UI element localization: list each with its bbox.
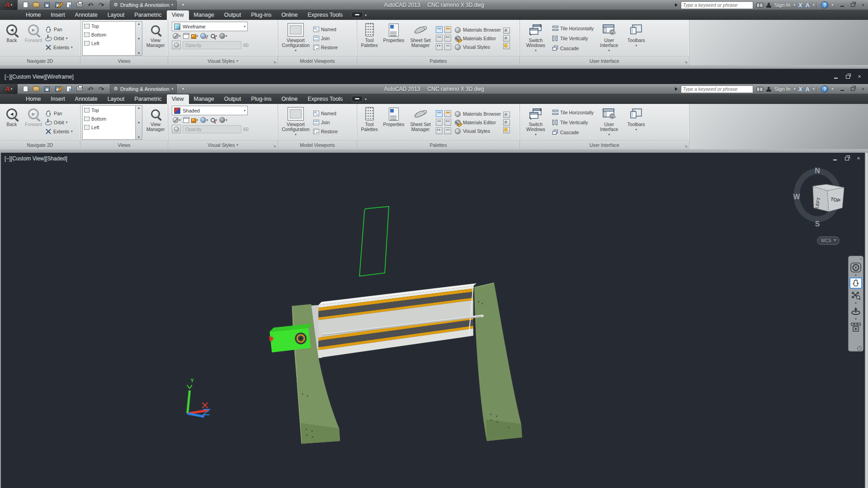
qat-menu-button[interactable]: ▾	[182, 87, 184, 91]
tool-palettes-button[interactable]: Tool Palettes	[359, 105, 380, 140]
extents-button[interactable]: Extents▾	[45, 127, 73, 136]
tab-output[interactable]: Output	[219, 10, 246, 20]
close-button[interactable]: ×	[860, 86, 866, 92]
workspace-switcher[interactable]: ⚙Drafting & Annotation▾	[110, 84, 177, 94]
tab-plugins[interactable]: Plug-ins	[246, 94, 276, 104]
views-scrollbar[interactable]: ▲▼▼	[136, 105, 142, 140]
user-interface-button[interactable]: User Interface▾	[596, 105, 622, 140]
minimize-button[interactable]	[839, 2, 845, 8]
extents-button[interactable]: Extents▾	[45, 43, 73, 52]
opacity-slider[interactable]: Opacity	[183, 125, 241, 133]
save-button[interactable]	[43, 1, 51, 9]
right-leg[interactable]	[474, 283, 522, 441]
orbit-button[interactable]: Orbit▾	[45, 118, 73, 127]
sheet-set-manager-button[interactable]: Sheet Set Manager	[408, 21, 433, 56]
tab-plugins[interactable]: Plug-ins	[246, 10, 276, 20]
external-references-button[interactable]	[444, 26, 451, 33]
markup-set-button[interactable]	[436, 35, 443, 42]
visual-style-dropdown[interactable]: Shaded▾	[172, 106, 248, 115]
tab-manage[interactable]: Manage	[189, 94, 219, 104]
new-button[interactable]	[21, 1, 29, 9]
panel-label-user-interface[interactable]: User Interface↘	[520, 56, 689, 65]
design-center-button[interactable]	[436, 127, 443, 134]
toolbars-button[interactable]: Toolbars▾	[624, 21, 648, 56]
properties-button[interactable]: Properties	[381, 21, 406, 56]
visual-style-dropdown[interactable]: Wireframe▾	[172, 22, 248, 31]
user-interface-button[interactable]: User Interface▾	[596, 21, 622, 56]
restore-viewports-button[interactable]: Restore	[313, 43, 338, 52]
showmotion-button[interactable]	[849, 321, 862, 333]
design-center-button[interactable]	[436, 43, 443, 50]
save-as-button[interactable]	[54, 1, 62, 9]
panel-label-views[interactable]: Views	[80, 56, 168, 65]
panel-label-user-interface[interactable]: User Interface↘	[520, 140, 689, 149]
visual-styles-palette-button[interactable]: Visual Styles	[455, 43, 501, 51]
exchange-apps-icon[interactable]: X	[798, 86, 802, 93]
tile-horizontally-button[interactable]: Tile Horizontally	[552, 24, 594, 33]
tab-parametric[interactable]: Parametric	[129, 94, 166, 104]
tool-palettes-button[interactable]: Tool Palettes	[359, 21, 380, 56]
forward-button[interactable]: ▸ Forward	[23, 21, 44, 56]
hidden-edges-button[interactable]: ▾	[172, 33, 182, 39]
tab-layout[interactable]: Layout	[103, 94, 130, 104]
navigation-wheel-button[interactable]	[849, 262, 862, 273]
dialog-launcher-icon[interactable]: ↘	[273, 60, 276, 64]
pan-button[interactable]: Pan	[45, 109, 73, 118]
sign-in-link[interactable]: Sign In	[774, 86, 791, 92]
restore-button[interactable]	[849, 2, 856, 8]
search-history-icon[interactable]	[675, 87, 678, 91]
xray-button[interactable]: x▾	[210, 33, 218, 39]
wireframe-rectangle[interactable]	[359, 206, 389, 276]
help-button[interactable]: ?	[821, 85, 828, 93]
chevron-down-icon[interactable]: ▾	[793, 87, 795, 91]
tab-home[interactable]: Home	[21, 10, 46, 20]
panel-label-palettes[interactable]: Palettes	[357, 56, 519, 65]
opacity-toggle[interactable]	[172, 125, 181, 133]
materials-editor-button[interactable]: Materials Editor	[455, 35, 501, 42]
dbconnect-button[interactable]	[444, 43, 451, 50]
toolbars-button[interactable]: Toolbars▾	[624, 105, 648, 140]
viewport-controls-label[interactable]: [−][Custom View][Wireframe]	[5, 74, 74, 80]
render-environment-button[interactable]	[503, 112, 510, 118]
redo-button[interactable]: ↷▾	[97, 1, 105, 9]
panel-label-views[interactable]: Views	[80, 140, 168, 149]
restore-button[interactable]	[844, 155, 850, 161]
viewport-configuration-button[interactable]: Viewport Configuration▾	[280, 105, 311, 140]
view-manager-button[interactable]: View Manager	[145, 105, 166, 140]
help-button[interactable]: ?	[821, 1, 828, 9]
tab-online[interactable]: Online	[276, 94, 302, 104]
materials-browser-button[interactable]: Materials Browser	[455, 26, 501, 33]
orbit-tool-button[interactable]	[849, 305, 862, 317]
chevron-down-icon[interactable]: ▾	[831, 3, 833, 7]
search-history-icon[interactable]	[675, 3, 678, 7]
render-environment-button[interactable]	[503, 28, 510, 34]
new-button[interactable]	[21, 85, 29, 93]
sun-properties-button[interactable]	[503, 127, 510, 133]
tab-view[interactable]: View	[167, 94, 189, 104]
panel-label-navigate[interactable]: Navigate 2D	[0, 56, 80, 65]
viewport-controls-label[interactable]: [−][Custom View][Shaded]	[5, 155, 67, 162]
tab-manage[interactable]: Manage	[189, 10, 219, 20]
restore-button[interactable]	[844, 74, 851, 80]
chevron-down-icon[interactable]: ▾	[831, 87, 833, 91]
materials-browser-button[interactable]: Materials Browser	[455, 110, 501, 117]
app-menu-button[interactable]: A▾	[0, 84, 18, 94]
opacity-slider[interactable]: Opacity	[183, 41, 241, 49]
edge-color-button[interactable]: ▾	[190, 33, 199, 39]
view-top[interactable]: Top	[83, 106, 135, 114]
tab-home[interactable]: Home	[21, 94, 46, 104]
chevron-down-icon[interactable]: ▾	[813, 87, 815, 91]
tab-annotate[interactable]: Annotate	[70, 94, 103, 104]
shadows-button[interactable]: x▾	[199, 33, 209, 39]
forward-button[interactable]: ▸ Forward	[23, 105, 44, 140]
face-style-button[interactable]	[182, 117, 190, 123]
tab-annotate[interactable]: Annotate	[70, 10, 103, 20]
panel-label-palettes[interactable]: Palettes	[357, 140, 519, 149]
dialog-launcher-icon[interactable]: ↘	[684, 60, 688, 64]
app-menu-button[interactable]: A▾	[0, 0, 18, 10]
tile-vertically-button[interactable]: Tile Vertically	[552, 34, 594, 43]
restore-button[interactable]	[849, 86, 856, 92]
pan-button[interactable]: Pan	[45, 25, 73, 34]
plot-button[interactable]	[75, 85, 84, 93]
plot-button[interactable]	[75, 1, 84, 9]
